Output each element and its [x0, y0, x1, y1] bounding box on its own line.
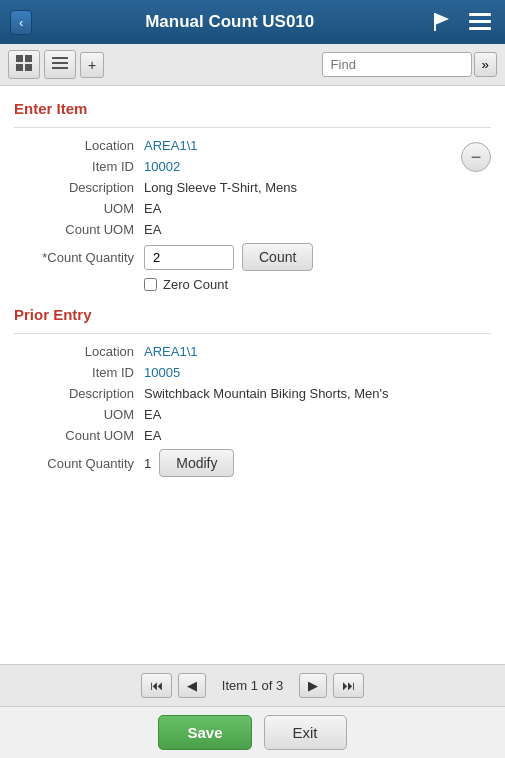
prev-page-button[interactable]: ◀	[178, 673, 206, 698]
prior-count-uom-row: Count UOM EA	[14, 428, 491, 443]
svg-rect-5	[16, 55, 23, 62]
svg-rect-6	[25, 55, 32, 62]
item-id-label: Item ID	[14, 159, 144, 174]
prior-entry-section: Prior Entry Location AREA1\1 Item ID 100…	[14, 306, 491, 477]
prior-entry-divider	[14, 333, 491, 334]
zero-count-row: Zero Count	[144, 277, 461, 292]
enter-item-section-header: Enter Item	[14, 100, 491, 117]
main-content: Enter Item Location AREA1\1 Item ID 1000…	[0, 86, 505, 664]
prior-uom-value: EA	[144, 407, 161, 422]
menu-button[interactable]	[465, 9, 495, 35]
minus-col: −	[461, 138, 491, 172]
prior-location-value: AREA1\1	[144, 344, 197, 359]
back-button[interactable]: ‹	[10, 10, 32, 35]
enter-item-form: Location AREA1\1 Item ID 10002 Descripti…	[14, 138, 491, 298]
prior-count-qty-label: Count Quantity	[14, 456, 144, 471]
prior-uom-label: UOM	[14, 407, 144, 422]
enter-item-divider	[14, 127, 491, 128]
prior-count-qty-value: 1	[144, 456, 151, 471]
last-page-button[interactable]: ⏭	[333, 673, 364, 698]
header-right	[427, 7, 495, 37]
prior-item-id-row: Item ID 10005	[14, 365, 491, 380]
menu-icon	[469, 13, 491, 31]
zero-count-label: Zero Count	[163, 277, 228, 292]
item-id-row: Item ID 10002	[14, 159, 461, 174]
item-id-value: 10002	[144, 159, 180, 174]
header-left: ‹	[10, 10, 32, 35]
count-uom-row: Count UOM EA	[14, 222, 461, 237]
count-qty-label: *Count Quantity	[14, 250, 144, 265]
description-value: Long Sleeve T-Shirt, Mens	[144, 180, 297, 195]
prior-count-qty-row: Count Quantity 1 Modify	[14, 449, 491, 477]
list-icon	[52, 55, 68, 71]
svg-rect-10	[52, 62, 68, 64]
svg-rect-3	[469, 20, 491, 23]
prior-count-uom-label: Count UOM	[14, 428, 144, 443]
grid-icon	[16, 55, 32, 71]
prior-location-row: Location AREA1\1	[14, 344, 491, 359]
enter-item-fields: Location AREA1\1 Item ID 10002 Descripti…	[14, 138, 461, 298]
list-view-button[interactable]	[44, 50, 76, 79]
prior-description-value: Switchback Mountain Biking Shorts, Men's	[144, 386, 389, 401]
pagination-bar: ⏮ ◀ Item 1 of 3 ▶ ⏭	[0, 664, 505, 706]
count-uom-label: Count UOM	[14, 222, 144, 237]
location-row: Location AREA1\1	[14, 138, 461, 153]
header: ‹ Manual Count US010	[0, 0, 505, 44]
flag-button[interactable]	[427, 7, 457, 37]
description-label: Description	[14, 180, 144, 195]
prior-entry-section-header: Prior Entry	[14, 306, 491, 323]
prior-description-label: Description	[14, 386, 144, 401]
count-button[interactable]: Count	[242, 243, 313, 271]
save-button[interactable]: Save	[158, 715, 251, 750]
modify-button[interactable]: Modify	[159, 449, 234, 477]
count-qty-row: *Count Quantity Count	[14, 243, 461, 271]
toolbar: + »	[0, 44, 505, 86]
location-value: AREA1\1	[144, 138, 197, 153]
count-qty-input[interactable]	[144, 245, 234, 270]
minus-button[interactable]: −	[461, 142, 491, 172]
next-page-button[interactable]: ▶	[299, 673, 327, 698]
search-box: »	[322, 52, 497, 77]
location-label: Location	[14, 138, 144, 153]
prior-item-id-value: 10005	[144, 365, 180, 380]
svg-marker-0	[435, 13, 449, 25]
uom-value: EA	[144, 201, 161, 216]
svg-rect-1	[434, 13, 436, 31]
page-title: Manual Count US010	[145, 12, 314, 32]
svg-rect-8	[25, 64, 32, 71]
prior-description-row: Description Switchback Mountain Biking S…	[14, 386, 491, 401]
uom-row: UOM EA	[14, 201, 461, 216]
zero-count-checkbox[interactable]	[144, 278, 157, 291]
search-expand-button[interactable]: »	[474, 52, 497, 77]
count-uom-value: EA	[144, 222, 161, 237]
svg-rect-2	[469, 13, 491, 16]
description-row: Description Long Sleeve T-Shirt, Mens	[14, 180, 461, 195]
uom-label: UOM	[14, 201, 144, 216]
grid-view-button[interactable]	[8, 50, 40, 79]
svg-rect-4	[469, 27, 491, 30]
action-bar: Save Exit	[0, 706, 505, 758]
svg-rect-7	[16, 64, 23, 71]
prior-location-label: Location	[14, 344, 144, 359]
pagination-status: Item 1 of 3	[222, 678, 283, 693]
flag-icon	[431, 11, 453, 33]
prior-uom-row: UOM EA	[14, 407, 491, 422]
svg-rect-11	[52, 67, 68, 69]
prior-count-uom-value: EA	[144, 428, 161, 443]
search-input[interactable]	[322, 52, 472, 77]
prior-item-id-label: Item ID	[14, 365, 144, 380]
add-button[interactable]: +	[80, 52, 104, 78]
exit-button[interactable]: Exit	[264, 715, 347, 750]
svg-rect-9	[52, 57, 68, 59]
first-page-button[interactable]: ⏮	[141, 673, 172, 698]
